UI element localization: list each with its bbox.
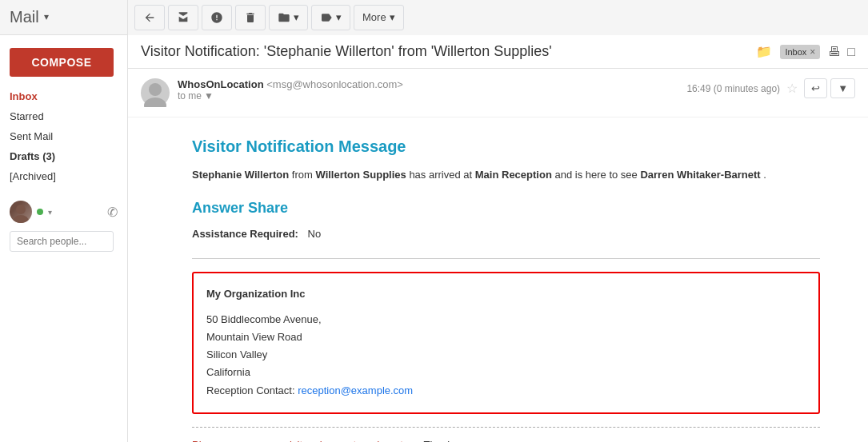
org-box: My Organization Inc 50 Biddlecombe Avenu…	[192, 272, 820, 413]
org-contact-row: Reception Contact: reception@example.com	[206, 382, 806, 400]
sender-name-row: WhosOnLocation <msg@whosonlocation.com>	[178, 78, 678, 90]
company-name: Willerton Supplies	[315, 169, 406, 181]
arrived-text: has arrived at	[409, 169, 474, 181]
end-text: .	[763, 169, 766, 181]
dotted-separator	[192, 427, 820, 428]
email-body-paragraph: Stephanie Willerton from Willerton Suppl…	[192, 167, 820, 184]
more-arrow: ▾	[390, 11, 395, 23]
svg-point-3	[144, 98, 166, 107]
delete-button[interactable]	[235, 5, 266, 30]
sidebar-item-inbox[interactable]: Inbox	[0, 86, 127, 106]
print-icons: 🖶 □	[828, 45, 855, 59]
report-button[interactable]	[202, 5, 232, 30]
avatar	[10, 201, 32, 223]
see-text: and is here to see	[554, 169, 640, 181]
org-address-line4: California	[206, 364, 806, 381]
email-time: 16:49 (0 minutes ago) ☆ ↩ ▼	[686, 78, 855, 98]
email-body: Visitor Notification Message Stephanie W…	[128, 117, 868, 442]
status-indicator	[37, 209, 43, 215]
inbox-badge: Inbox ×	[780, 45, 820, 59]
compose-button[interactable]: COMPOSE	[10, 48, 114, 77]
to-dropdown[interactable]: ▼	[204, 90, 214, 102]
org-contact-email-link[interactable]: reception@example.com	[298, 384, 413, 396]
org-address: 50 Biddlecombe Avenue, Mountain View Roa…	[206, 311, 806, 399]
email-heading: Visitor Notification Message	[192, 133, 820, 159]
more-reply-button[interactable]: ▼	[830, 78, 855, 98]
org-address-line1: 50 Biddlecombe Avenue,	[206, 311, 806, 329]
sidebar-item-starred[interactable]: Starred	[0, 106, 127, 126]
folder-arrow: ▾	[294, 11, 299, 23]
svg-point-2	[149, 83, 162, 96]
sidebar-item-drafts[interactable]: Drafts (3)	[0, 146, 127, 166]
separator	[192, 258, 820, 259]
phone-icon[interactable]: ✆	[107, 205, 118, 220]
mail-label: Mail	[10, 8, 39, 26]
back-button[interactable]	[134, 5, 165, 30]
answer-heading: Answer Share	[192, 197, 820, 220]
reply-actions: ↩ ▼	[804, 78, 855, 98]
visitor-name: Stephanie Willerton	[192, 169, 289, 181]
org-address-line2: Mountain View Road	[206, 329, 806, 346]
sender-email: <msg@whosonlocation.com>	[266, 78, 403, 90]
print-icon[interactable]: 🖶	[828, 45, 841, 59]
more-button[interactable]: More ▾	[354, 5, 404, 30]
mail-dropdown-arrow[interactable]: ▾	[44, 11, 49, 22]
content-area: Visitor Notification: 'Stephanie Willert…	[128, 35, 868, 442]
to-label: to me	[178, 90, 202, 102]
star-icon[interactable]: ☆	[786, 81, 798, 96]
footer-text: Please ensure your visitor signs out on …	[192, 437, 820, 442]
assistance-label: Assistance Required:	[192, 228, 298, 240]
sidebar-item-archived[interactable]: [Archived]	[0, 166, 127, 186]
answer-row: Assistance Required: No	[192, 226, 820, 243]
reply-button[interactable]: ↩	[804, 78, 827, 98]
email-meta: WhosOnLocation <msg@whosonlocation.com> …	[128, 69, 868, 117]
assistance-value: No	[308, 228, 322, 240]
sidebar-item-sent[interactable]: Sent Mail	[0, 126, 127, 146]
expand-icon[interactable]: □	[847, 45, 855, 59]
location-name: Main Reception	[475, 169, 552, 181]
sender-info: WhosOnLocation <msg@whosonlocation.com> …	[178, 78, 678, 102]
email-subject-bar: Visitor Notification: 'Stephanie Willert…	[128, 35, 868, 69]
user-row: ▾ ✆	[0, 196, 127, 228]
status-dropdown[interactable]: ▾	[48, 208, 52, 217]
sender-name: WhosOnLocation	[178, 78, 264, 90]
footer-thanks: Thank you.	[424, 439, 475, 442]
tag-button[interactable]: ▾	[311, 5, 350, 30]
org-address-line3: Silicon Valley	[206, 346, 806, 364]
inbox-badge-close[interactable]: ×	[810, 46, 815, 58]
archive-button[interactable]	[168, 5, 198, 30]
email-timestamp: 16:49 (0 minutes ago)	[686, 83, 780, 94]
person-name: Darren Whitaker-Barnett	[640, 169, 760, 181]
inbox-badge-label: Inbox	[785, 47, 806, 57]
sender-avatar	[141, 78, 170, 107]
sender-to: to me ▼	[178, 90, 678, 102]
search-people-input[interactable]	[10, 231, 114, 252]
org-contact-label: Reception Contact:	[206, 384, 298, 396]
folder-button[interactable]: ▾	[269, 5, 308, 30]
svg-point-1	[13, 215, 29, 223]
more-label: More	[362, 11, 386, 23]
mail-logo: Mail ▾	[0, 0, 128, 35]
folder-icon: 📁	[756, 44, 772, 59]
email-subject: Visitor Notification: 'Stephanie Willert…	[141, 43, 748, 60]
tag-arrow: ▾	[336, 11, 342, 23]
footer-warning: Please ensure your visitor signs out on …	[192, 439, 421, 442]
from-text: from	[292, 169, 316, 181]
svg-point-0	[16, 205, 26, 214]
org-name: My Organization Inc	[206, 286, 806, 303]
